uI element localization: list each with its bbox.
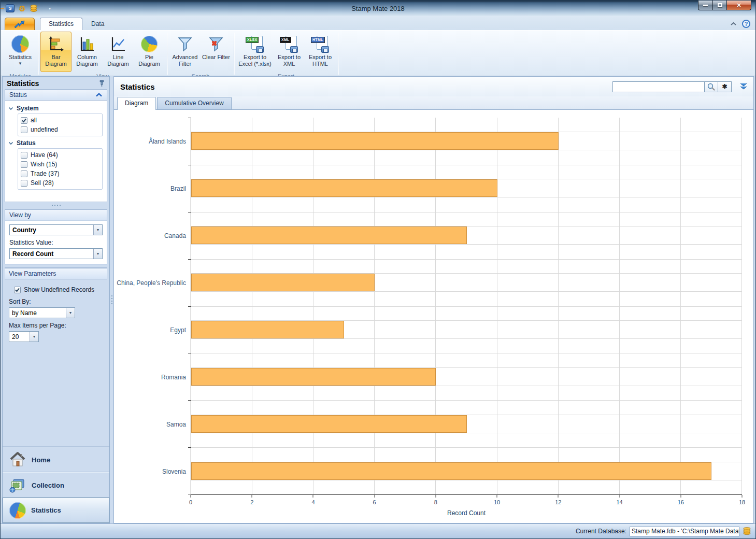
advanced-filter-button[interactable]: Advanced Filter — [169, 32, 201, 72]
line-diagram-button[interactable]: Line Diagram — [103, 32, 134, 72]
y-tick-mark — [188, 165, 191, 165]
checkbox[interactable] — [21, 117, 27, 124]
horizontal-gridline — [191, 306, 742, 307]
sidebar-nav: Home Collection — [3, 446, 109, 523]
filter-item-label: Have (64) — [31, 151, 58, 159]
filter-item-label: Wish (15) — [31, 161, 57, 168]
column-diagram-button[interactable]: Column Diagram — [72, 32, 103, 72]
tab-diagram[interactable]: Diagram — [117, 97, 156, 110]
x-tick-mark — [435, 495, 436, 498]
statistics-value-label: Statistics Value: — [9, 235, 103, 248]
double-chevron-down-icon[interactable] — [739, 82, 748, 91]
tree-expander-icon[interactable] — [8, 141, 13, 145]
filter-item-all[interactable]: all — [20, 116, 100, 125]
search-button[interactable] — [705, 81, 718, 92]
x-tick-mark — [191, 495, 191, 498]
ribbon-group-view: Bar Diagram Column Diagram — [39, 32, 166, 76]
bar--land-islands — [191, 132, 559, 150]
tree-group-status[interactable]: Status — [8, 138, 104, 148]
checkbox[interactable] — [21, 161, 27, 168]
checkbox[interactable] — [21, 171, 27, 177]
y-tick-mark — [188, 259, 191, 260]
pie-diagram-button[interactable]: Pie Diagram — [134, 32, 165, 72]
filter-item-wish[interactable]: Wish (15) — [20, 160, 100, 169]
qat-customize-arrow[interactable]: ▾ — [46, 5, 53, 11]
filter-item-label: undefined — [31, 126, 58, 133]
view-by-panel: View by Country ▼ Statistics Value: Reco… — [5, 209, 107, 264]
database-coins-icon[interactable] — [30, 5, 38, 12]
bar-diagram-button[interactable]: Bar Diagram — [40, 32, 72, 72]
bar-romania — [191, 368, 436, 386]
tree-group-system[interactable]: System — [8, 104, 104, 114]
horizontal-gridline — [191, 197, 742, 197]
clear-search-button[interactable]: ✱ — [718, 81, 732, 92]
search-input[interactable] — [612, 81, 705, 92]
view-parameters-panel: View Parameters Show Undefined Records S… — [5, 267, 107, 446]
current-database-value[interactable]: Stamp Mate.fdb - 'C:\Stamp Mate Datab — [630, 527, 739, 536]
statistics-value-select[interactable]: Record Count ▼ — [9, 248, 103, 259]
help-icon[interactable]: ? — [742, 20, 750, 28]
max-items-select[interactable]: 20 ▼ — [9, 331, 39, 342]
sidebar-splitter[interactable] — [110, 76, 113, 523]
pie-diagram-icon — [141, 36, 158, 52]
view-by-select[interactable]: Country ▼ — [9, 224, 103, 235]
checkbox[interactable] — [21, 126, 27, 133]
chart-x-axis: 024681012141618 — [191, 495, 742, 508]
sidebar-item-statistics[interactable]: Statistics — [3, 498, 109, 523]
title-bar: Stamp Mate 2018 S ⚙ ▾ ✕ — [1, 1, 755, 16]
show-undefined-checkbox-row[interactable]: Show Undefined Records — [9, 285, 103, 294]
export-excel-button[interactable]: XLSX Export to Excel (*.xlsx) — [236, 32, 274, 72]
x-tick-label: 10 — [494, 499, 500, 505]
pie-chart-icon — [11, 35, 29, 53]
checkbox[interactable] — [21, 180, 27, 187]
checkbox[interactable] — [14, 287, 21, 293]
vertical-gridline — [741, 118, 742, 494]
filter-item-trade[interactable]: Trade (37) — [20, 169, 100, 178]
tab-data[interactable]: Data — [82, 18, 113, 30]
clear-filter-button[interactable]: Clear Filter — [201, 32, 232, 72]
horizontal-gridline — [191, 259, 742, 260]
horizontal-gridline — [191, 338, 742, 339]
pin-icon[interactable] — [98, 80, 105, 87]
page-title: Statistics — [120, 82, 155, 91]
tab-statistics[interactable]: Statistics — [40, 18, 82, 30]
x-tick-label: 14 — [616, 499, 622, 505]
ribbon-separator — [338, 33, 338, 75]
ribbon-group-export: XLSX Export to Excel (*.xlsx) XML Export… — [235, 32, 337, 76]
xml-file-icon: XML — [280, 35, 298, 53]
category-label: Romania — [161, 374, 186, 381]
settings-gear-icon[interactable]: ⚙ — [19, 5, 25, 12]
bar-chart: Åland IslandsBrazilCanadaChina, People's… — [117, 118, 742, 520]
collapse-ribbon-icon[interactable] — [730, 22, 737, 26]
minimize-button[interactable] — [698, 1, 713, 10]
statistics-module-button[interactable]: Statistics ▼ — [5, 32, 36, 72]
application-menu-button[interactable] — [5, 18, 35, 30]
y-tick-mark — [188, 353, 191, 353]
sidebar-title: Statistics — [7, 79, 39, 88]
bar-egypt — [191, 321, 344, 338]
x-tick-mark — [742, 495, 743, 498]
filter-item-have[interactable]: Have (64) — [20, 150, 100, 160]
horizontal-gridline — [191, 433, 742, 433]
tab-cumulative-overview[interactable]: Cumulative Overview — [157, 97, 231, 109]
filter-item-label: all — [31, 117, 37, 124]
filter-item-sell[interactable]: Sell (28) — [20, 178, 100, 188]
sort-by-select[interactable]: by Name ▼ — [9, 307, 75, 318]
tree-group-label: Status — [17, 139, 36, 147]
tree-expander-icon[interactable] — [8, 107, 13, 110]
close-button[interactable]: ✕ — [727, 1, 751, 10]
export-html-button[interactable]: HTML Export to HTML — [305, 32, 336, 72]
sidebar-item-collection[interactable]: Collection — [3, 472, 109, 498]
ribbon-separator — [167, 33, 167, 75]
x-tick-mark — [497, 495, 497, 498]
checkbox[interactable] — [21, 152, 27, 159]
panel-resize-handle[interactable] — [3, 202, 109, 207]
maximize-button[interactable] — [713, 1, 727, 10]
category-label: Samoa — [166, 421, 186, 428]
x-tick-mark — [252, 495, 252, 498]
filter-item-undefined[interactable]: undefined — [20, 125, 100, 134]
status-section-header[interactable]: Status — [5, 89, 107, 101]
sidebar-item-home[interactable]: Home — [3, 447, 109, 472]
export-xml-button[interactable]: XML Export to XML — [274, 32, 305, 72]
ribbon: Statistics ▼ Modules — [1, 30, 755, 76]
